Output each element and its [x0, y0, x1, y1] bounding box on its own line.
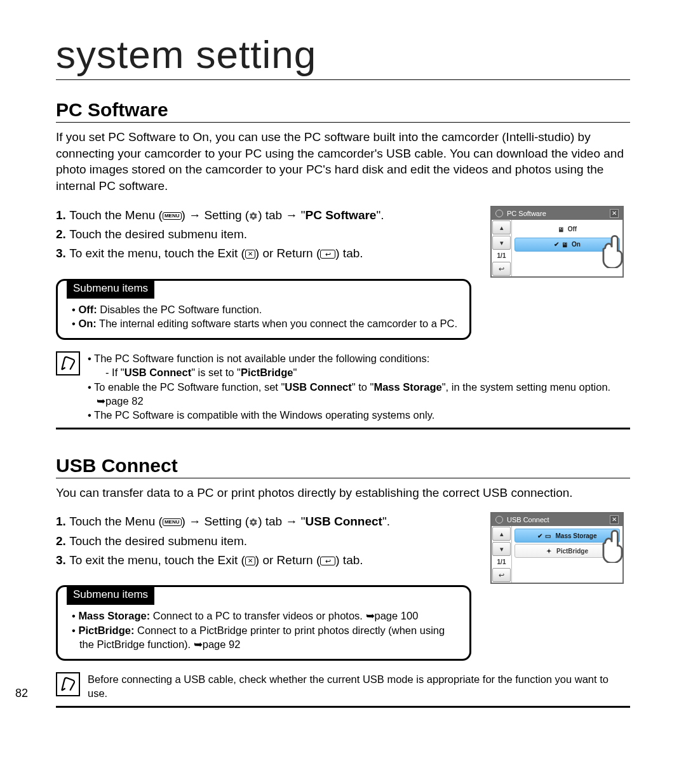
- exit-icon: ✕: [245, 250, 255, 259]
- option-on-selected[interactable]: ✔ 🖥 On: [514, 238, 620, 252]
- step-1: Touch the Menu (MENU) → Setting () tab →…: [56, 512, 471, 531]
- option-mass-storage-selected[interactable]: ✔ ▭ Mass Storage: [514, 529, 620, 543]
- close-icon[interactable]: ✕: [610, 209, 619, 218]
- submenu-off: Off: Disables the PC Software function.: [79, 302, 461, 316]
- usb-connect-submenu-box: Submenu items Mass Storage: Connect to a…: [56, 585, 471, 661]
- menu-icon: MENU: [163, 212, 182, 220]
- check-icon: ✔: [554, 241, 559, 248]
- note-line-1a: If "USB Connect" is set to "PictBridge": [114, 365, 630, 379]
- note-text: Before connecting a USB cable, check whe…: [88, 672, 630, 701]
- note-line-1: The PC Software function is not availabl…: [97, 351, 630, 380]
- pc-software-screen: PC Software ✕ ▴ ▾ 1/1 ↩ 🖥 Off ✔: [490, 206, 624, 278]
- step-2: Touch the desired submenu item.: [56, 225, 471, 244]
- step-3: To exit the menu, touch the Exit (✕) or …: [56, 244, 471, 263]
- screen-options: ✔ ▭ Mass Storage ✦ PictBridge: [512, 526, 622, 583]
- return-button[interactable]: ↩: [492, 262, 511, 276]
- note-line-2: To enable the PC Software function, set …: [97, 380, 630, 409]
- arrow-icon: →: [285, 208, 297, 222]
- arrow-icon: →: [189, 515, 201, 528]
- screen-titlebar: PC Software ✕: [492, 207, 622, 220]
- close-icon[interactable]: ✕: [610, 515, 619, 524]
- step-2: Touch the desired submenu item.: [56, 532, 471, 551]
- step-1: Touch the Menu (MENU) → Setting () tab →…: [56, 206, 471, 225]
- page-indicator: 1/1: [492, 250, 511, 261]
- check-icon: ✔: [537, 532, 542, 539]
- pc-software-steps: Touch the Menu (MENU) → Setting () tab →…: [56, 206, 471, 264]
- option-off[interactable]: 🖥 Off: [514, 222, 620, 236]
- gear-icon: [495, 516, 503, 524]
- note-icon: [56, 672, 80, 696]
- option-pictbridge[interactable]: ✦ PictBridge: [514, 544, 620, 558]
- off-icon: 🖥: [558, 226, 565, 233]
- screen-title-text: USB Connect: [507, 516, 549, 524]
- pictbridge-icon: ✦: [546, 548, 554, 554]
- arrow-icon: →: [285, 515, 297, 528]
- section-heading-usb-connect: USB Connect: [56, 455, 630, 478]
- scroll-down-button[interactable]: ▾: [492, 236, 511, 250]
- pc-software-intro: If you set PC Software to On, you can us…: [56, 129, 630, 194]
- storage-icon: ▭: [545, 532, 553, 539]
- on-icon: 🖥: [562, 241, 569, 248]
- submenu-pictbridge: PictBridge: Connect to a PictBridge prin…: [79, 623, 461, 652]
- exit-icon: ✕: [245, 557, 255, 565]
- submenu-on: On: The internal editing software starts…: [79, 316, 461, 330]
- gear-icon: [249, 212, 258, 220]
- usb-connect-steps: Touch the Menu (MENU) → Setting () tab →…: [56, 512, 471, 570]
- note-icon: [56, 351, 80, 375]
- step-3: To exit the menu, touch the Exit (✕) or …: [56, 551, 471, 570]
- screen-sidebar: ▴ ▾ 1/1 ↩: [492, 526, 512, 583]
- page-number: 82: [15, 687, 28, 700]
- return-icon: ↩: [320, 557, 335, 565]
- submenu-items-label: Submenu items: [67, 279, 154, 299]
- gear-icon: [249, 518, 258, 527]
- gear-icon: [495, 210, 503, 217]
- screen-sidebar: ▴ ▾ 1/1 ↩: [492, 220, 512, 276]
- usb-connect-intro: You can transfer data to a PC or print p…: [56, 485, 630, 501]
- page-indicator: 1/1: [492, 557, 511, 567]
- pc-software-submenu-box: Submenu items Off: Disables the PC Softw…: [56, 279, 471, 340]
- return-icon: ↩: [320, 250, 335, 259]
- note-line-3: The PC Software is compatible with the W…: [97, 408, 630, 422]
- submenu-items-label: Submenu items: [67, 585, 154, 605]
- scroll-up-button[interactable]: ▴: [492, 527, 511, 541]
- scroll-down-button[interactable]: ▾: [492, 542, 511, 556]
- submenu-mass-storage: Mass Storage: Connect to a PC to transfe…: [79, 609, 461, 623]
- section-heading-pc-software: PC Software: [56, 99, 630, 123]
- usb-connect-screen: USB Connect ✕ ▴ ▾ 1/1 ↩ ✔ ▭ Mass Storage: [490, 512, 624, 584]
- screen-options: 🖥 Off ✔ 🖥 On: [512, 220, 622, 276]
- return-button[interactable]: ↩: [492, 568, 511, 582]
- screen-titlebar: USB Connect ✕: [492, 513, 622, 526]
- menu-icon: MENU: [163, 518, 182, 526]
- scroll-up-button[interactable]: ▴: [492, 220, 511, 234]
- chapter-title: system setting: [56, 32, 630, 80]
- arrow-icon: →: [189, 208, 201, 222]
- screen-title-text: PC Software: [507, 210, 546, 217]
- usb-connect-note: Before connecting a USB cable, check whe…: [56, 672, 630, 708]
- pc-software-note: The PC Software function is not availabl…: [56, 351, 630, 429]
